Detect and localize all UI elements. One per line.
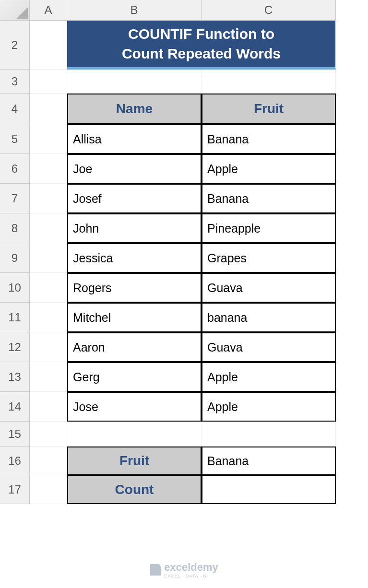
watermark-icon — [150, 564, 161, 576]
table-row: 8JohnPineapple — [0, 213, 368, 243]
cell-fruit[interactable]: Apple — [202, 392, 336, 422]
table-header-name[interactable]: Name — [67, 94, 202, 124]
cell-A13[interactable] — [30, 362, 67, 392]
cell-name[interactable]: Josef — [67, 184, 202, 213]
row-header-2[interactable]: 2 — [0, 21, 30, 70]
cell-A14[interactable] — [30, 392, 67, 422]
row-15: 15 — [0, 422, 368, 447]
row-2: 2 COUNTIF Function to Count Repeated Wor… — [0, 21, 368, 70]
cell-fruit[interactable]: Apple — [202, 362, 336, 392]
cell-fruit[interactable]: Guava — [202, 332, 336, 362]
watermark-brand: exceldemy — [164, 561, 218, 573]
cell-A2[interactable] — [30, 21, 67, 70]
cell-fruit[interactable]: Pineapple — [202, 213, 336, 243]
cell-name[interactable]: Jose — [67, 392, 202, 422]
watermark: exceldemy EXCEL · DATA · BI — [150, 561, 218, 578]
cell-A5[interactable] — [30, 124, 67, 154]
cell-A6[interactable] — [30, 154, 67, 184]
row-header-3[interactable]: 3 — [0, 70, 30, 94]
row-header-7[interactable]: 7 — [0, 184, 30, 213]
cell-B15[interactable] — [67, 422, 202, 447]
table-row: 11Mitchelbanana — [0, 303, 368, 332]
title-cell[interactable]: COUNTIF Function to Count Repeated Words — [67, 21, 336, 70]
cell-C15[interactable] — [202, 422, 336, 447]
cell-A3[interactable] — [30, 70, 67, 94]
table-row: 10RogersGuava — [0, 273, 368, 303]
row-header-13[interactable]: 13 — [0, 362, 30, 392]
cell-name[interactable]: Joe — [67, 154, 202, 184]
spreadsheet-grid: A B C — [0, 0, 368, 21]
row-header-9[interactable]: 9 — [0, 243, 30, 273]
cell-A7[interactable] — [30, 184, 67, 213]
row-header-12[interactable]: 12 — [0, 332, 30, 362]
cell-A16[interactable] — [30, 447, 67, 475]
row-header-10[interactable]: 10 — [0, 273, 30, 303]
summary-fruit-label[interactable]: Fruit — [67, 447, 202, 475]
row-header-16[interactable]: 16 — [0, 447, 30, 475]
select-all-corner[interactable] — [0, 0, 30, 21]
table-row: 6JoeApple — [0, 154, 368, 184]
row-header-14[interactable]: 14 — [0, 392, 30, 422]
summary-fruit-value[interactable]: Banana — [202, 447, 336, 475]
cell-name[interactable]: Allisa — [67, 124, 202, 154]
row-header-6[interactable]: 6 — [0, 154, 30, 184]
cell-name[interactable]: Mitchel — [67, 303, 202, 332]
summary-count-value[interactable] — [202, 475, 336, 504]
summary-count-label[interactable]: Count — [67, 475, 202, 504]
table-row: 9JessicaGrapes — [0, 243, 368, 273]
cell-fruit[interactable]: Apple — [202, 154, 336, 184]
row-4: 4 Name Fruit — [0, 94, 368, 124]
col-header-B[interactable]: B — [67, 0, 202, 21]
cell-name[interactable]: Aaron — [67, 332, 202, 362]
cell-name[interactable]: Jessica — [67, 243, 202, 273]
title-line1: COUNTIF Function to — [128, 24, 274, 44]
row-header-11[interactable]: 11 — [0, 303, 30, 332]
cell-name[interactable]: Gerg — [67, 362, 202, 392]
row-header-4[interactable]: 4 — [0, 94, 30, 124]
cell-name[interactable]: Rogers — [67, 273, 202, 303]
col-header-C[interactable]: C — [202, 0, 336, 21]
table-row: 13GergApple — [0, 362, 368, 392]
cell-C3[interactable] — [202, 70, 336, 94]
cell-B3[interactable] — [67, 70, 202, 94]
watermark-sub: EXCEL · DATA · BI — [164, 574, 218, 578]
cell-A4[interactable] — [30, 94, 67, 124]
row-3: 3 — [0, 70, 368, 94]
table-header-fruit[interactable]: Fruit — [202, 94, 336, 124]
row-header-5[interactable]: 5 — [0, 124, 30, 154]
table-row: 12AaronGuava — [0, 332, 368, 362]
cell-fruit[interactable]: Guava — [202, 273, 336, 303]
cell-name[interactable]: John — [67, 213, 202, 243]
cell-A9[interactable] — [30, 243, 67, 273]
cell-fruit[interactable]: Banana — [202, 124, 336, 154]
table-row: 7JosefBanana — [0, 184, 368, 213]
cell-fruit[interactable]: Grapes — [202, 243, 336, 273]
cell-A12[interactable] — [30, 332, 67, 362]
row-17: 17 Count — [0, 475, 368, 504]
cell-A8[interactable] — [30, 213, 67, 243]
row-header-15[interactable]: 15 — [0, 422, 30, 447]
row-header-17[interactable]: 17 — [0, 475, 30, 504]
cell-A10[interactable] — [30, 273, 67, 303]
col-header-A[interactable]: A — [30, 0, 67, 21]
row-16: 16 Fruit Banana — [0, 447, 368, 475]
cell-fruit[interactable]: Banana — [202, 184, 336, 213]
table-row: 14JoseApple — [0, 392, 368, 422]
cell-A11[interactable] — [30, 303, 67, 332]
title-line2: Count Repeated Words — [122, 44, 281, 64]
row-header-8[interactable]: 8 — [0, 213, 30, 243]
cell-A15[interactable] — [30, 422, 67, 447]
cell-A17[interactable] — [30, 475, 67, 504]
table-row: 5AllisaBanana — [0, 124, 368, 154]
cell-fruit[interactable]: banana — [202, 303, 336, 332]
